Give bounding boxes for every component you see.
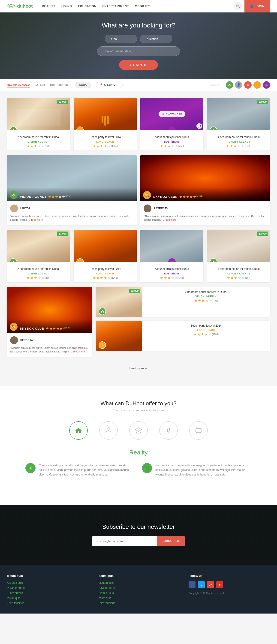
filter-location-select[interactable]: DUBAI xyxy=(75,82,92,88)
load-more-button[interactable]: Load more → xyxy=(130,366,148,370)
footer-col-2: Ipsum quis Aliquam quis Pulvinar purus E… xyxy=(98,574,179,606)
filter-icon-bus[interactable]: 🚌 xyxy=(263,81,270,89)
bottom-s1-agency: VISION AGENCY xyxy=(144,295,268,298)
filter-icon-person[interactable]: 👤 xyxy=(235,81,242,89)
card-r2-img-3: 🚌 xyxy=(140,230,203,262)
bottom-s1-icon: 🏠 xyxy=(98,308,106,315)
offer-icon-person[interactable] xyxy=(99,421,118,440)
tab-highlights[interactable]: HIGHLIGHTS xyxy=(50,83,68,87)
newsletter-input-wrap: ✉ xyxy=(92,536,157,546)
nav-link-living[interactable]: LIVING xyxy=(62,4,72,8)
bottom-big-card-image: 🏠 SKYBOX CLUB ★★★★★ (1365) xyxy=(7,287,92,333)
nav-login-button[interactable]: 👤 LOGIN xyxy=(244,0,270,12)
tab-latest[interactable]: LATEST xyxy=(34,83,46,87)
reality-icon-2: 🌿 xyxy=(142,463,152,473)
category-select[interactable]: Education Reality Living Entertainment M… xyxy=(140,34,172,43)
r2-beach-bg-2 xyxy=(74,230,137,262)
offer-icon-music[interactable] xyxy=(159,421,178,440)
nav-link-entertainment[interactable]: ENTERTAINMENT xyxy=(102,4,129,8)
card-title-1: 2 bedroom house for rent in Dubai xyxy=(9,135,68,139)
bottom-s2-agency: LONG BEACH xyxy=(144,329,268,332)
big-cards-row: 🏠 VISION AGENCY ★★★★★ (365) xyxy=(7,155,270,225)
newsletter-email-input[interactable] xyxy=(100,536,154,546)
logo[interactable]: duhoot xyxy=(7,3,33,10)
big-card-quote-1: "Aliquam quis pulvinar purus. Etiam curs… xyxy=(10,214,134,222)
keyword-input[interactable] xyxy=(97,46,180,56)
card-r2-1: $2,990 🏠 2 bedroom house for rent in Dub… xyxy=(7,230,70,282)
show-more-button[interactable]: 🔍 SHOW MORE xyxy=(158,111,185,117)
map-icon: 📍 xyxy=(100,83,103,86)
bottom-small-cards: $2,990 🏠 2 bedroom house for rent in Dub… xyxy=(96,287,270,357)
nav-link-reality[interactable]: REALITY xyxy=(42,4,56,8)
nav-link-education[interactable]: EDUCATION xyxy=(78,4,96,8)
social-twitter-icon[interactable]: t xyxy=(198,581,205,588)
nav-search-button[interactable]: 🔍 xyxy=(234,2,242,10)
bottom-big-quote: "Aliquam quis pulvinar purus. Etiam curs… xyxy=(10,346,89,354)
bottom-s2-title: Beach party festival 2014 xyxy=(144,324,268,328)
r2-stars-4: ★★★★★ (165) xyxy=(209,276,268,280)
offer-subtitle: Etiam cursus ipsum quis enim faucibus xyxy=(7,408,270,412)
filter-icon-mail[interactable]: ✉ xyxy=(244,81,252,89)
footer: Ipsum quis Aliquam quis Pulvinar purus E… xyxy=(0,565,277,614)
filter-icons: 🏠 👤 ✉ ♪ 🚌 xyxy=(226,81,270,89)
r2-title-4: 4 bedroom house for rent in Dubai xyxy=(209,267,268,271)
nav-links: REALITY LIVING EDUCATION ENTERTAINMENT M… xyxy=(42,4,234,8)
svg-point-2 xyxy=(8,4,9,6)
filter-icon-home[interactable]: 🏠 xyxy=(226,81,233,89)
offer-icon-graduation[interactable] xyxy=(129,421,148,440)
social-gplus-icon[interactable]: g+ xyxy=(207,581,214,588)
footer-link-1-4[interactable]: Ipsum quis xyxy=(7,596,88,600)
card-image-3: 🔍 SHOW MORE ★★★★★ 💬 🚌 xyxy=(140,98,203,130)
show-map-button[interactable]: 📍 SHOW MAP xyxy=(96,82,123,88)
r2-body-4: 4 bedroom house for rent in Dubai REALIT… xyxy=(207,262,270,282)
card-agency-2: LONG BEACH xyxy=(76,140,134,143)
r2-agency-4: REALITY AGENCY xyxy=(209,272,268,275)
big-card-stars-2: ★★★★★ (1365) xyxy=(179,194,203,199)
location-select[interactable]: Dubai Abu Dhabi Sharjah xyxy=(105,34,137,43)
price-badge-4: $2,990 xyxy=(257,100,268,104)
footer-link-2-2[interactable]: Pulvinar purus xyxy=(98,586,179,590)
beach-image-bg xyxy=(74,98,137,130)
footer-link-2-5[interactable]: Enim faucibus xyxy=(98,602,179,605)
tab-recommended[interactable]: RECOMMENDED xyxy=(7,82,30,88)
reality-text-1: Cum sociis natoque penatibus et magnis d… xyxy=(39,463,135,477)
footer-link-1-5[interactable]: Enim faucibus xyxy=(7,602,88,605)
social-youtube-icon[interactable]: ▶ xyxy=(216,581,223,588)
offer-icon-bus[interactable] xyxy=(189,421,208,440)
filter-icon-music[interactable]: ♪ xyxy=(254,81,261,89)
big-card-overlay-1: 🏠 VISION AGENCY ★★★★★ (365) xyxy=(7,188,137,201)
read-more-2[interactable]: ...read more xyxy=(162,218,176,221)
bottom-grid: 🏠 SKYBOX CLUB ★★★★★ (1365) xyxy=(7,287,270,357)
card-title-2: Beach party festival 2014 xyxy=(76,135,134,139)
mail-icon: ✉ xyxy=(96,539,98,543)
bottom-s2-stars: ★★★★★ (1165) xyxy=(144,332,268,336)
footer-link-2-3[interactable]: Etiam cursus xyxy=(98,591,179,594)
bottom-big-avatar xyxy=(10,336,18,344)
footer-link-1-2[interactable]: Pulvinar purus xyxy=(7,586,88,590)
bottom-read-more[interactable]: ...read more xyxy=(71,350,85,353)
reality-card-2: 🌿 Cum sociis natoque penatibus et magnis… xyxy=(142,463,252,477)
footer-link-1-1[interactable]: Aliquam quis xyxy=(7,581,88,584)
user-icon: 👤 xyxy=(250,4,254,8)
offer-icon-home[interactable] xyxy=(69,421,88,440)
social-facebook-icon[interactable]: f xyxy=(188,581,196,588)
card-image-1: $2,990 🏠 xyxy=(7,98,70,130)
newsletter-subscribe-button[interactable]: SUBSCRIBE xyxy=(157,536,185,546)
card-stars-3: ★ ★ ★ ★ ★ (365) xyxy=(143,144,201,148)
card-r2-4: $2,990 🏠 4 bedroom house for rent in Dub… xyxy=(207,230,270,282)
bottom-big-username: PETER145 xyxy=(20,338,34,342)
read-more-1[interactable]: ...read more xyxy=(29,218,43,221)
big-card-body-2: PETER145 "Aliquam quis pulvinar purus. E… xyxy=(140,201,270,225)
footer-link-2-4[interactable]: Ipsum quis xyxy=(98,596,179,600)
nav-link-mobility[interactable]: MOBILITY xyxy=(135,4,150,8)
purple-image-bg: 🔍 SHOW MORE ★★★★★ 💬 xyxy=(140,98,203,130)
big-card-avatar-1 xyxy=(10,204,18,212)
reality-cards: ⚡ Cum sociis natoque penatibus et magnis… xyxy=(26,463,252,477)
r2-agency-3: BUS TRANS xyxy=(143,272,201,275)
hero-title: What are you looking for? xyxy=(102,22,175,29)
search-button[interactable]: SEARCH xyxy=(119,60,158,70)
big-card-agency-1: VISION AGENCY xyxy=(20,195,47,198)
footer-link-2-1[interactable]: Aliquam quis xyxy=(98,581,179,584)
card-body-4: 4 bedroom house for rent in Dubai REALIT… xyxy=(207,130,270,150)
footer-link-1-3[interactable]: Etiam cursus xyxy=(7,591,88,594)
